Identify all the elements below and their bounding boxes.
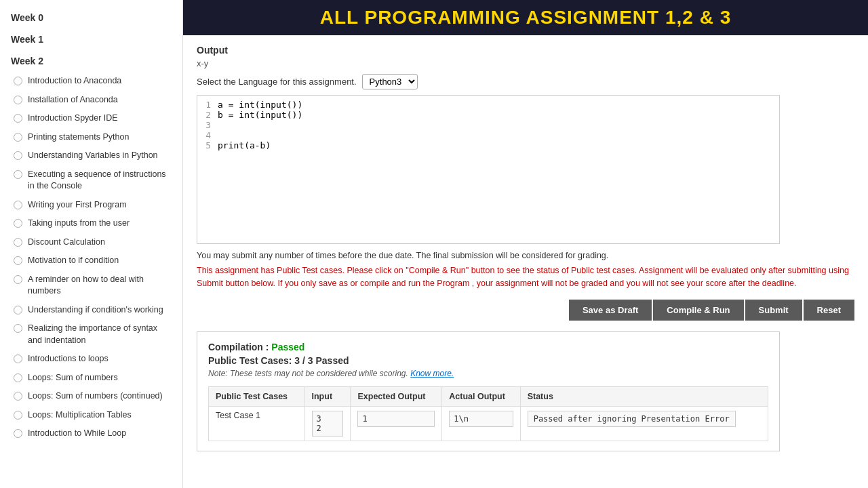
test-case-actual: 1\n [442, 406, 520, 441]
line-number: 2 [197, 110, 218, 120]
col-expected: Expected Output [351, 386, 442, 406]
output-subtitle: x-y [197, 58, 854, 68]
circle-icon [14, 170, 22, 179]
sidebar-item-label: Installation of Anaconda [28, 94, 118, 106]
sidebar-item-label: Loops: Sum of numbers [28, 372, 118, 384]
sidebar-item[interactable]: Taking inputs from the user [0, 214, 182, 233]
test-table-body: Test Case 13211\nPassed after ignoring P… [209, 406, 768, 441]
week-2-header[interactable]: Week 2 [0, 50, 182, 72]
expected-value: 1 [357, 411, 435, 427]
sidebar-item[interactable]: Loops: Sum of numbers (continued) [0, 387, 182, 406]
circle-icon [14, 373, 22, 382]
circle-icon [14, 151, 22, 160]
line-number: 3 [197, 120, 218, 130]
reset-button[interactable]: Reset [804, 300, 854, 321]
circle-icon [14, 411, 22, 420]
sidebar-item-label: Taking inputs from the user [28, 218, 130, 230]
status-value: Passed after ignoring Presentation Error [528, 411, 736, 427]
circle-icon [14, 256, 22, 265]
actual-value: 1\n [449, 411, 513, 427]
sidebar-item-label: Executing a sequence of instructions in … [28, 169, 172, 192]
col-actual: Actual Output [442, 386, 520, 406]
sidebar-item-label: Introduction Spyder IDE [28, 113, 118, 125]
sidebar-item[interactable]: Loops: Sum of numbers [0, 369, 182, 388]
line-code: a = int(input()) [218, 100, 302, 110]
input-value: 32 [312, 411, 344, 436]
compilation-status: Passed [271, 342, 304, 352]
sidebar-item[interactable]: A reminder on how to deal with numbers [0, 270, 182, 301]
week-1-header[interactable]: Week 1 [0, 28, 182, 50]
language-select[interactable]: Python3 Python2 C C++ Java [362, 74, 418, 89]
sidebar-item[interactable]: Realizing the importance of syntax and i… [0, 319, 182, 350]
sidebar-item-label: Introduction to Anaconda [28, 75, 121, 87]
sidebar: Week 0 Week 1 Week 2 Introduction to Ana… [0, 0, 183, 488]
sidebar-item[interactable]: Understanding if condition's working [0, 301, 182, 320]
sidebar-item[interactable]: Introduction Spyder IDE [0, 109, 182, 128]
action-buttons: Save as Draft Compile & Run Submit Reset [197, 300, 854, 321]
circle-icon [14, 238, 22, 247]
sidebar-item[interactable]: Writing your First Program [0, 196, 182, 215]
sidebar-item-label: Printing statements Python [28, 131, 129, 144]
compilation-label: Compilation : [208, 342, 269, 352]
sidebar-item[interactable]: Printing statements Python [0, 128, 182, 147]
submit-button[interactable]: Submit [745, 300, 802, 321]
circle-icon [14, 392, 22, 401]
test-note: Note: These tests may not be considered … [208, 369, 768, 378]
sidebar-item[interactable]: Introductions to loops [0, 350, 182, 369]
table-header-row: Public Test Cases Input Expected Output … [209, 386, 768, 406]
sidebar-item[interactable]: Motivation to if condition [0, 251, 182, 270]
test-case-expected: 1 [351, 406, 442, 441]
test-case-status: Passed after ignoring Presentation Error [520, 406, 768, 441]
main-content: ALL PROGRAMMING ASSIGNMENT 1,2 & 3 Outpu… [183, 0, 868, 488]
circle-icon [14, 96, 22, 104]
sidebar-item[interactable]: Executing a sequence of instructions in … [0, 165, 182, 196]
line-number: 5 [197, 140, 218, 150]
sidebar-item-label: Introductions to loops [28, 353, 108, 365]
circle-icon [14, 306, 22, 314]
sidebar-item[interactable]: Discount Calculation [0, 233, 182, 252]
code-editor[interactable]: 1a = int(input())2b = int(input())345pri… [197, 95, 780, 244]
code-line: 2b = int(input()) [197, 110, 779, 120]
circle-icon [14, 133, 22, 142]
circle-icon [14, 114, 22, 123]
compilation-box: Compilation : Passed Public Test Cases: … [197, 331, 780, 451]
code-line: 3 [197, 120, 779, 130]
table-row: Test Case 13211\nPassed after ignoring P… [209, 406, 768, 441]
col-test-cases: Public Test Cases [209, 386, 305, 406]
compilation-title: Compilation : Passed [208, 342, 768, 352]
test-case-input: 32 [304, 406, 351, 441]
compile-run-button[interactable]: Compile & Run [653, 300, 743, 321]
test-cases-table: Public Test Cases Input Expected Output … [208, 386, 768, 441]
sidebar-item[interactable]: Introduction to Anaconda [0, 72, 182, 91]
save-draft-button[interactable]: Save as Draft [569, 300, 652, 321]
circle-icon [14, 77, 22, 85]
week-0-header[interactable]: Week 0 [0, 7, 182, 28]
language-label: Select the Language for this assignment. [197, 77, 357, 87]
sidebar-item-label: Introduction to While Loop [28, 428, 126, 440]
test-case-name: Test Case 1 [209, 406, 305, 441]
sidebar-item-label: Understanding Variables in Python [28, 150, 158, 162]
col-input: Input [304, 386, 351, 406]
submit-note: You may submit any number of times befor… [197, 251, 854, 260]
code-line: 1a = int(input()) [197, 100, 779, 110]
sidebar-item[interactable]: Loops: Multiplication Tables [0, 406, 182, 425]
sidebar-item-label: Realizing the importance of syntax and i… [28, 323, 172, 346]
circle-icon [14, 201, 22, 209]
sidebar-item-label: Loops: Multiplication Tables [28, 409, 132, 422]
sidebar-item-label: Understanding if condition's working [28, 304, 163, 317]
line-number: 1 [197, 100, 218, 110]
sidebar-item[interactable]: Installation of Anaconda [0, 91, 182, 110]
sidebar-item[interactable]: Introduction to While Loop [0, 424, 182, 443]
circle-icon [14, 275, 22, 284]
know-more-link[interactable]: Know more. [410, 369, 454, 378]
sidebar-item-label: Loops: Sum of numbers (continued) [28, 390, 163, 403]
sidebar-item-label: A reminder on how to deal with numbers [28, 274, 172, 298]
banner: ALL PROGRAMMING ASSIGNMENT 1,2 & 3 [183, 0, 868, 35]
col-status: Status [520, 386, 768, 406]
code-line: 5print(a-b) [197, 140, 779, 150]
sidebar-item-label: Motivation to if condition [28, 255, 119, 267]
circle-icon [14, 219, 22, 228]
line-code: print(a-b) [218, 140, 271, 150]
line-number: 4 [197, 130, 218, 140]
sidebar-item[interactable]: Understanding Variables in Python [0, 146, 182, 165]
